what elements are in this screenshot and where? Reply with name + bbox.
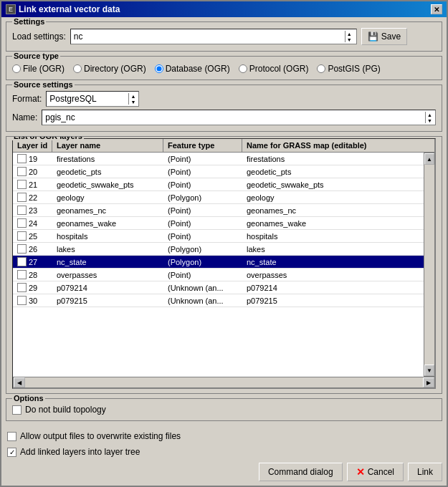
td-grass-name[interactable]: geodetic_swwake_pts xyxy=(242,179,424,191)
td-grass-name[interactable]: geonames_wake xyxy=(242,218,424,229)
load-settings-input[interactable]: nc ▲ ▼ xyxy=(70,29,357,44)
td-grass-name[interactable]: firestations xyxy=(242,153,424,165)
overwrite-checkbox[interactable] xyxy=(7,432,16,441)
table-row[interactable]: 21 geodetic_swwake_pts (Point) geodetic_… xyxy=(13,178,424,191)
td-grass-name[interactable]: p079215 xyxy=(242,295,424,307)
radio-protocol-ogr-label: Protocol (OGR) xyxy=(249,64,309,74)
scroll-right-button[interactable]: ▶ xyxy=(423,377,434,387)
td-grass-name[interactable]: nc_state xyxy=(242,256,424,268)
layer-id-value: 19 xyxy=(29,155,37,163)
td-layer-id: 20 xyxy=(13,165,52,178)
layer-id-value: 22 xyxy=(29,193,37,202)
table-row[interactable]: 22 geology (Polygon) geology xyxy=(13,191,424,204)
table-row[interactable]: 25 hospitals (Point) hospitals xyxy=(13,230,424,243)
td-layer-id: 22 xyxy=(13,191,52,203)
td-grass-name[interactable]: lakes xyxy=(242,244,424,255)
format-label: Format: xyxy=(12,94,42,104)
format-combo-arrow[interactable]: ▲ ▼ xyxy=(128,93,135,105)
table-body[interactable]: 19 firestations (Point) firestations 20 … xyxy=(13,153,424,377)
layer-id-value: 21 xyxy=(29,180,37,189)
table-header: Layer id Layer name Feature type Name fo… xyxy=(13,139,435,153)
layer-id-value: 20 xyxy=(29,168,37,176)
table-row[interactable]: 26 lakes (Polygon) lakes xyxy=(13,243,424,256)
window-icon: E xyxy=(6,4,16,14)
settings-group-label: Settings xyxy=(12,17,46,26)
row-checkbox[interactable] xyxy=(17,270,27,279)
link-button[interactable]: Link xyxy=(408,463,442,481)
td-layer-name: p079214 xyxy=(52,282,163,294)
table-row[interactable]: 28 overpasses (Point) overpasses xyxy=(13,269,424,281)
radio-file-ogr-input[interactable] xyxy=(12,64,21,73)
td-grass-name[interactable]: p079214 xyxy=(242,282,424,294)
row-checkbox[interactable] xyxy=(17,231,27,241)
radio-postgis-pg[interactable]: PostGIS (PG) xyxy=(317,64,380,74)
main-window: E Link external vector data ✕ Settings L… xyxy=(0,0,448,487)
td-layer-name: p079215 xyxy=(52,295,163,307)
save-button[interactable]: 💾 Save xyxy=(361,28,407,45)
topology-checkbox[interactable] xyxy=(12,405,22,415)
row-checkbox[interactable] xyxy=(17,167,27,176)
h-scroll-track[interactable] xyxy=(25,377,423,387)
radio-postgis-pg-input[interactable] xyxy=(317,64,325,73)
spin-arrows[interactable]: ▲ ▼ xyxy=(345,31,353,42)
radio-directory-ogr[interactable]: Directory (OGR) xyxy=(73,64,146,74)
row-checkbox[interactable] xyxy=(17,296,27,305)
spin-down[interactable]: ▼ xyxy=(345,37,353,42)
spin-up[interactable]: ▲ xyxy=(345,31,353,37)
table-row[interactable]: 20 geodetic_pts (Point) geodetic_pts xyxy=(13,165,424,178)
table-row[interactable]: 19 firestations (Point) firestations xyxy=(13,153,424,165)
td-grass-name[interactable]: hospitals xyxy=(242,231,424,242)
row-checkbox[interactable] xyxy=(17,244,27,254)
radio-directory-ogr-input[interactable] xyxy=(73,64,82,73)
radio-database-ogr[interactable]: Database (OGR) xyxy=(155,64,230,74)
td-layer-name: overpasses xyxy=(52,269,163,281)
td-feature-type: (Point) xyxy=(163,231,242,242)
td-grass-name[interactable]: geodetic_pts xyxy=(242,166,424,178)
td-feature-type: (Polygon) xyxy=(163,256,242,268)
scroll-left-button[interactable]: ◀ xyxy=(14,377,25,387)
td-feature-type: (Polygon) xyxy=(163,192,242,203)
th-layer-name: Layer name xyxy=(52,139,163,152)
cancel-label: Cancel xyxy=(368,467,394,477)
td-layer-id: 24 xyxy=(13,217,52,229)
row-checkbox[interactable] xyxy=(17,180,27,189)
cancel-button[interactable]: ✕ Cancel xyxy=(347,463,404,481)
row-checkbox[interactable] xyxy=(17,206,27,215)
scroll-down-button[interactable]: ▼ xyxy=(424,365,434,376)
name-combo[interactable]: pgis_nc ▲ ▼ xyxy=(42,110,436,125)
table-row[interactable]: 23 geonames_nc (Point) geonames_nc xyxy=(13,204,424,217)
vertical-scrollbar[interactable]: ▲ ▼ xyxy=(424,153,435,377)
scroll-up-button[interactable]: ▲ xyxy=(424,153,434,165)
row-checkbox[interactable]: ✓ xyxy=(17,257,27,266)
row-checkbox[interactable] xyxy=(17,218,27,228)
standalone-checks: Allow output files to overwrite existing… xyxy=(6,428,442,457)
table-row[interactable]: 29 p079214 (Unknown (an... p079214 xyxy=(13,281,424,294)
add-layers-checkbox[interactable]: ✓ xyxy=(7,448,16,457)
radio-database-ogr-label: Database (OGR) xyxy=(166,64,230,74)
command-dialog-button[interactable]: Command dialog xyxy=(259,463,343,481)
name-combo-arrow[interactable]: ▲ ▼ xyxy=(425,112,432,123)
horizontal-scrollbar[interactable]: ◀ ▶ xyxy=(13,377,435,388)
td-grass-name[interactable]: geology xyxy=(242,192,424,203)
td-grass-name[interactable]: overpasses xyxy=(242,269,424,281)
th-feature-type: Feature type xyxy=(163,139,242,152)
radio-database-ogr-input[interactable] xyxy=(155,64,163,73)
layer-id-value: 25 xyxy=(29,232,37,241)
row-checkbox[interactable] xyxy=(17,154,27,163)
radio-file-ogr[interactable]: File (OGR) xyxy=(12,64,65,74)
source-type-label: Source type xyxy=(12,52,60,60)
row-checkbox[interactable] xyxy=(17,283,27,292)
radio-protocol-ogr-input[interactable] xyxy=(239,64,247,73)
row-checkbox[interactable] xyxy=(17,193,27,202)
radio-protocol-ogr[interactable]: Protocol (OGR) xyxy=(239,64,309,74)
td-grass-name[interactable]: geonames_nc xyxy=(242,205,424,216)
td-feature-type: (Unknown (an... xyxy=(163,282,242,294)
close-button[interactable]: ✕ xyxy=(431,4,442,14)
table-row[interactable]: 24 geonames_wake (Point) geonames_wake xyxy=(13,217,424,230)
load-settings-label: Load settings: xyxy=(12,32,66,42)
table-row[interactable]: ✓ 27 nc_state (Polygon) nc_state xyxy=(13,256,424,269)
table-row[interactable]: 30 p079215 (Unknown (an... p079215 xyxy=(13,294,424,307)
td-layer-name: geodetic_pts xyxy=(52,166,163,178)
scroll-track[interactable] xyxy=(424,165,434,365)
format-combo[interactable]: PostgreSQL ▲ ▼ xyxy=(46,91,139,107)
